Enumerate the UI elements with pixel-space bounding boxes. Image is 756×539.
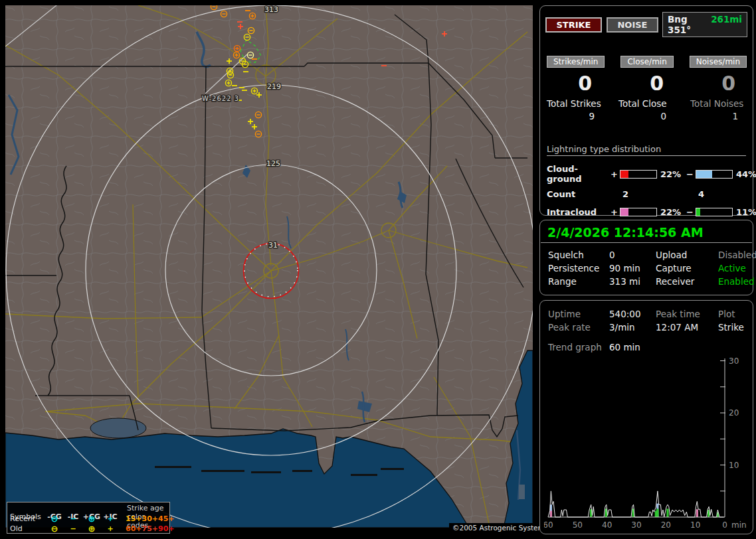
total-value: 0 [618, 111, 674, 121]
session-label: 12:07 AM [656, 321, 718, 334]
trend-bar [696, 509, 698, 517]
total-value: 1 [690, 111, 746, 121]
x-tick-label: 0 [722, 520, 727, 530]
symbol-legend: Symbols-CG -IC+CG +IC Strike age color c… [7, 502, 170, 534]
cg-pos-icon: ⊕ [82, 524, 102, 534]
setting-value: Enabled [718, 275, 756, 288]
ring-label: 125 [266, 159, 280, 168]
setting-label: Upload [656, 248, 718, 262]
setting-value: 90 min [609, 262, 656, 275]
storm-cell-label: W-2622 3 [202, 95, 239, 102]
setting-value: 0 [609, 248, 656, 262]
noise-toggle-button[interactable]: NOISE [607, 17, 658, 33]
legend-row: Old ⊖ − ⊕ + 60+75+90+ [10, 524, 167, 534]
cg-pos-icon: ⊕ [82, 514, 102, 524]
setting-label: Range [548, 275, 609, 288]
x-tick-label: 40 [602, 520, 612, 530]
session-label: Peak time [656, 307, 718, 321]
legend-row: Recent ⊖ − ⊕ + 15+30+45+ [10, 514, 167, 524]
ic-neg-icon: − [64, 514, 82, 523]
setting-label: Persistence [548, 262, 609, 275]
rate-value: 0 [547, 72, 603, 96]
total-value: 9 [547, 111, 603, 121]
session-label: Peak rate [548, 321, 609, 334]
setting-label: Receiver [656, 275, 718, 288]
legend-header: Symbols-CG -IC+CG +IC Strike age color c… [10, 504, 167, 514]
session-value: Strike [718, 321, 745, 334]
trend-bar [655, 511, 657, 517]
ic-neg-icon: − [64, 524, 82, 533]
total-label: Total Strikes [547, 98, 603, 109]
bearing-readout: Bng 351° 261mi [662, 12, 747, 37]
ring-label: 31 [268, 241, 278, 250]
chip-0[interactable]: Strikes/min [547, 56, 605, 68]
x-tick-label: 50 [573, 520, 583, 530]
x-unit-label: min [731, 520, 747, 530]
distribution-row: Cloud-ground+ 22%− 44% [547, 164, 746, 184]
x-tick-label: 10 [690, 520, 700, 530]
distribution-row: Intracloud+ 22%− 11% [547, 207, 746, 217]
setting-label: Squelch [548, 248, 609, 262]
trend-graph: 3020106050403020100min [544, 357, 749, 531]
datetime: 2/4/2026 12:14:56 AM [541, 220, 752, 243]
x-tick-label: 20 [661, 520, 671, 530]
rate-value: 0 [618, 72, 674, 96]
status-panel: 2/4/2026 12:14:56 AM Squelch 0 Upload Di… [539, 220, 753, 295]
session-value: Plot [718, 307, 745, 321]
trend-bar [550, 511, 552, 517]
strike-toggle-button[interactable]: STRIKE [545, 17, 602, 33]
total-label: Total Noises [690, 98, 746, 109]
setting-value: Active [718, 262, 756, 275]
x-tick-label: 60 [544, 520, 553, 530]
chip-1[interactable]: Close/min [620, 56, 673, 68]
setting-value: 313 mi [609, 275, 656, 288]
bearing-range: 261mi [711, 14, 742, 35]
session-value: 3/min [609, 321, 656, 334]
count-row: Count 2 4 [547, 189, 746, 199]
y-tick-label: 30 [729, 357, 739, 366]
radar-map[interactable]: 31321912531W-2622 3 Symbols-CG -IC+CG +I… [5, 5, 533, 533]
session-label: Uptime [548, 307, 609, 321]
y-tick-label: 10 [729, 461, 739, 470]
setting-value: Disabled [718, 248, 756, 262]
map-canvas: 31321912531W-2622 3 [5, 5, 533, 533]
total-label: Total Close [618, 98, 674, 109]
session-value: 540:00 [609, 307, 656, 321]
copyright: ©2005 Astrogenic Systems [449, 523, 551, 532]
cg-neg-icon: ⊖ [45, 524, 64, 534]
y-tick-label: 20 [729, 408, 739, 418]
session-trend-panel: Uptime 540:00 Peak time PlotPeak rate 3/… [539, 300, 753, 534]
chip-2[interactable]: Noises/min [690, 56, 747, 68]
ic-pos-icon: + [102, 524, 119, 533]
ring-label: 313 [264, 5, 278, 14]
rate-value: 0 [690, 72, 746, 96]
bearing-label: Bng 351° [668, 14, 711, 35]
ring-label: 219 [267, 82, 281, 91]
trend-bar [666, 508, 668, 517]
distribution-title: Lightning type distribution [547, 144, 746, 156]
ic-pos-icon: + [102, 514, 119, 523]
trend-graph-value: 60 min [609, 341, 656, 354]
x-tick-label: 30 [631, 520, 641, 530]
cg-neg-icon: ⊖ [45, 514, 64, 524]
strike-counter-panel: STRIKE NOISE Bng 351° 261mi Strikes/minC… [539, 5, 753, 216]
trend-graph-label: Trend graph [548, 341, 609, 354]
setting-label: Capture [656, 262, 718, 275]
